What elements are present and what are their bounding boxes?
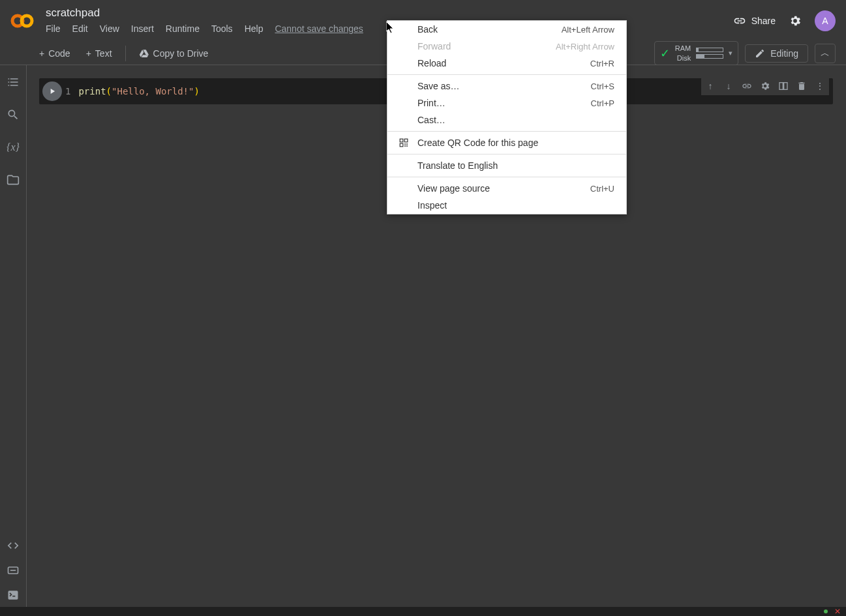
toolbar-right: ✓ RAM Disk ▾ Editing ︿ [654,41,846,65]
colab-logo-icon [10,9,34,33]
code-text[interactable]: 1 print("Hello, World!") [65,81,200,102]
status-dot-icon [824,609,828,613]
ram-label: RAM [675,44,691,53]
ctx-cast[interactable]: Cast… [387,111,626,128]
ctx-sep [387,74,626,75]
cannot-save-link[interactable]: Cannot save changes [269,21,368,37]
svg-rect-9 [400,143,403,147]
menu-edit[interactable]: Edit [67,21,93,37]
ctx-view-source[interactable]: View page source Ctrl+U [387,180,626,197]
menu-tools[interactable]: Tools [206,21,238,37]
status-close-button[interactable]: ✕ [834,607,841,616]
plus-icon: + [86,48,91,59]
folder-icon[interactable] [5,172,21,188]
add-code-button[interactable]: + Code [33,44,77,63]
svg-rect-7 [400,139,403,142]
mirror-icon [778,81,789,91]
terminal-icon[interactable] [5,587,21,603]
avatar[interactable]: A [815,10,836,31]
line-number: 1 [65,86,70,96]
header-right: Share A [733,10,836,31]
copy-to-drive-button[interactable]: Copy to Drive [132,44,215,63]
bottom-status-bar: ✕ [0,607,846,616]
svg-point-1 [22,16,32,26]
collapse-button[interactable]: ︿ [815,44,836,63]
ctx-save-as[interactable]: Save as… Ctrl+S [387,78,626,95]
delete-cell-button[interactable] [794,78,809,94]
ctx-sep [387,154,626,154]
chevron-up-icon: ︿ [821,48,830,58]
add-text-button[interactable]: + Text [80,44,119,63]
link-icon [742,81,752,91]
search-icon[interactable] [5,107,21,123]
add-code-label: Code [48,48,70,59]
editing-button[interactable]: Editing [745,44,808,63]
svg-rect-11 [406,143,408,145]
editing-label: Editing [770,48,798,59]
qr-icon [399,138,412,147]
disk-bar [696,54,723,59]
disk-label: Disk [675,53,691,63]
check-icon: ✓ [660,46,670,61]
mirror-button[interactable] [776,78,791,94]
resource-labels: RAM Disk [675,44,691,63]
more-vert-icon: ⋮ [815,81,824,91]
svg-rect-4 [8,591,18,599]
settings-button[interactable] [787,13,803,29]
menu-help[interactable]: Help [239,21,269,37]
chevron-down-icon: ▾ [729,49,733,57]
gear-icon [760,81,770,91]
resource-status[interactable]: ✓ RAM Disk ▾ [654,41,738,65]
svg-rect-8 [404,139,408,142]
ctx-translate[interactable]: Translate to English [387,157,626,174]
sidebar: {x} [0,65,26,609]
share-button[interactable]: Share [733,14,776,27]
svg-rect-10 [404,143,406,145]
command-palette-icon[interactable] [5,563,21,578]
ctx-back[interactable]: Back Alt+Left Arrow [387,21,626,38]
notebook-title[interactable]: scratchpad [46,7,733,20]
menu-insert[interactable]: Insert [126,21,159,37]
ctx-reload[interactable]: Reload Ctrl+R [387,55,626,72]
menu-view[interactable]: View [95,21,125,37]
ctx-forward: Forward Alt+Right Arrow [387,38,626,55]
menu-file[interactable]: File [46,21,66,37]
ctx-print[interactable]: Print… Ctrl+P [387,95,626,111]
menu-runtime[interactable]: Runtime [160,21,205,37]
play-circle-icon [42,81,62,101]
plus-icon: + [39,48,44,59]
run-cell-button[interactable] [39,78,65,104]
browser-context-menu: Back Alt+Left Arrow Forward Alt+Right Ar… [387,20,627,214]
sidebar-border [26,65,27,609]
copy-drive-label: Copy to Drive [153,48,209,59]
divider [125,46,126,61]
trash-icon [796,81,807,91]
cell-link-button[interactable] [739,78,755,94]
move-down-button[interactable]: ↓ [721,78,736,94]
toc-icon[interactable] [5,74,21,90]
svg-rect-6 [784,83,787,90]
variables-icon[interactable]: {x} [5,139,21,155]
arrow-down-icon: ↓ [727,81,731,91]
cell-toolbar: ↑ ↓ ⋮ [701,77,829,95]
code-snippet-icon[interactable] [5,538,21,553]
arrow-up-icon: ↑ [708,81,713,91]
more-button[interactable]: ⋮ [812,78,828,94]
ctx-qr[interactable]: Create QR Code for this page [387,134,626,151]
svg-rect-12 [404,145,406,147]
link-icon [733,14,746,27]
cursor-icon [386,22,397,35]
code-line: print("Hello, World!") [78,86,199,96]
svg-rect-13 [406,145,408,147]
resource-bars [696,48,723,59]
pencil-icon [755,48,765,59]
ram-bar [696,48,723,52]
svg-rect-5 [779,83,783,90]
move-up-button[interactable]: ↑ [702,78,718,94]
drive-icon [139,48,149,59]
gear-icon [789,14,802,27]
add-text-label: Text [95,48,112,59]
ctx-sep [387,131,626,132]
cell-settings-button[interactable] [757,78,773,94]
ctx-inspect[interactable]: Inspect [387,197,626,214]
